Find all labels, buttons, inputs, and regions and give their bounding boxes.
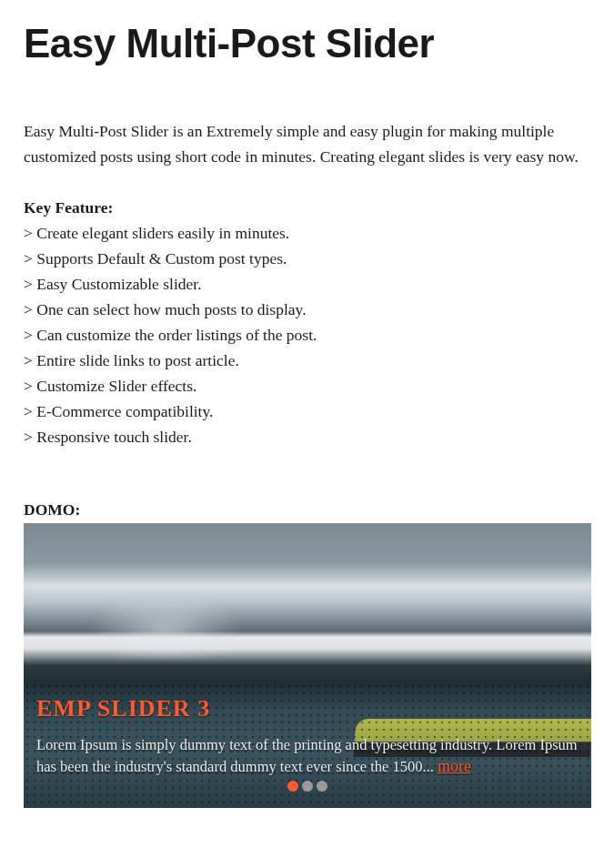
feature-item: > Easy Customizable slider. bbox=[24, 271, 590, 297]
more-link[interactable]: more bbox=[438, 757, 471, 775]
feature-item: > Customize Slider effects. bbox=[24, 373, 590, 399]
slider-dot[interactable] bbox=[317, 781, 327, 792]
feature-item: > Entire slide links to post article. bbox=[24, 348, 590, 373]
intro-paragraph: Easy Multi-Post Slider is an Extremely s… bbox=[24, 118, 590, 169]
slider-dot[interactable] bbox=[287, 781, 298, 792]
feature-item: > Supports Default & Custom post types. bbox=[24, 246, 590, 271]
slider[interactable]: EMP SLIDER 3 Lorem Ipsum is simply dummy… bbox=[24, 523, 591, 808]
slide-description-text: Lorem Ipsum is simply dummy text of the … bbox=[36, 736, 578, 775]
slide-title[interactable]: EMP SLIDER 3 bbox=[36, 695, 579, 722]
slider-dots bbox=[287, 781, 327, 792]
page-title: Easy Multi-Post Slider bbox=[24, 22, 590, 66]
feature-item: > Can customize the order listings of th… bbox=[24, 322, 590, 348]
slide-description: Lorem Ipsum is simply dummy text of the … bbox=[36, 735, 579, 778]
slider-dot[interactable] bbox=[302, 781, 313, 792]
feature-item: > Create elegant sliders easily in minut… bbox=[24, 220, 590, 246]
key-feature-label: Key Feature: bbox=[24, 195, 590, 220]
feature-item: > Responsive touch slider. bbox=[24, 424, 590, 449]
feature-list: > Create elegant sliders easily in minut… bbox=[24, 220, 590, 449]
feature-item: > E-Commerce compatibility. bbox=[24, 399, 590, 424]
demo-label: DOMO: bbox=[24, 500, 590, 520]
feature-item: > One can select how much posts to displ… bbox=[24, 297, 590, 322]
